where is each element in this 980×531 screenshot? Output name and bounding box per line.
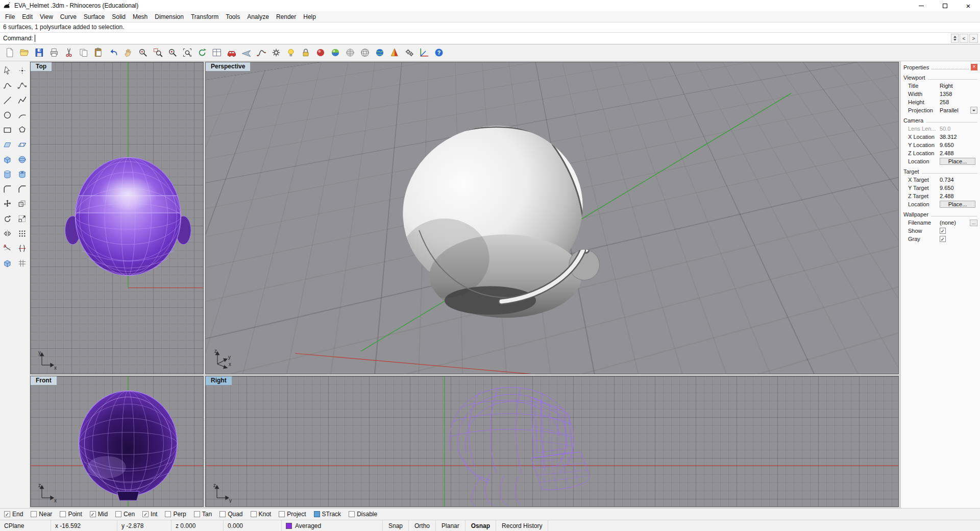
osnap-checkbox-int[interactable] bbox=[142, 511, 149, 517]
menu-item-render[interactable]: Render bbox=[273, 12, 300, 21]
osnap-checkbox-quad[interactable] bbox=[219, 511, 226, 517]
viewport-tab-right[interactable]: Right bbox=[206, 376, 232, 385]
free-curve-tool-icon[interactable] bbox=[1, 79, 14, 92]
surface-tool-icon[interactable] bbox=[1, 138, 14, 151]
status-layer-pane[interactable]: Averaged bbox=[282, 520, 383, 531]
lamp-icon[interactable] bbox=[284, 46, 298, 60]
command-bar[interactable]: Command: < > bbox=[0, 32, 980, 44]
airplane-icon[interactable] bbox=[239, 46, 253, 60]
prop-checkbox-gray[interactable] bbox=[940, 236, 946, 242]
prop-value-field[interactable]: 1358 bbox=[940, 91, 952, 97]
helmet-perspective-model[interactable] bbox=[383, 105, 603, 318]
array-tool-icon[interactable] bbox=[16, 227, 29, 240]
open-file-icon[interactable] bbox=[17, 46, 31, 60]
command-scroll-spinner[interactable] bbox=[951, 34, 959, 43]
osnap-strack[interactable]: STrack bbox=[314, 511, 341, 518]
arc-tool-icon[interactable] bbox=[16, 108, 29, 122]
viewport-top[interactable]: Top y x bbox=[30, 62, 204, 374]
box-tool-icon[interactable] bbox=[1, 256, 14, 270]
rectangle-tool-icon[interactable] bbox=[1, 123, 14, 136]
prop-value-field[interactable]: 0.734 bbox=[940, 177, 954, 183]
move-tool-icon[interactable] bbox=[1, 197, 14, 210]
menu-item-analyze[interactable]: Analyze bbox=[243, 12, 273, 21]
menu-item-dimension[interactable]: Dimension bbox=[151, 12, 187, 21]
osnap-project[interactable]: Project bbox=[279, 511, 306, 518]
line-tool-icon[interactable] bbox=[1, 93, 14, 107]
status-toggle-record-history[interactable]: Record History bbox=[496, 520, 548, 531]
curve-tool-icon[interactable] bbox=[254, 46, 268, 60]
viewport-perspective[interactable]: Perspective z y x bbox=[205, 62, 899, 374]
trim-tool-icon[interactable] bbox=[1, 242, 14, 255]
scale-tool-icon[interactable] bbox=[16, 212, 29, 225]
shaded-sphere-icon[interactable] bbox=[313, 46, 327, 60]
prop-value-field[interactable]: 9.650 bbox=[940, 142, 954, 148]
grid-snap-tool-icon[interactable] bbox=[16, 256, 29, 270]
pipe-tool-icon[interactable] bbox=[16, 167, 29, 181]
helmet-top-view[interactable] bbox=[65, 157, 191, 275]
osnap-mid[interactable]: Mid bbox=[90, 511, 108, 518]
dropdown-arrow-icon[interactable] bbox=[970, 107, 977, 114]
sphere-tool-icon[interactable] bbox=[16, 153, 29, 166]
viewport-tab-top[interactable]: Top bbox=[31, 62, 52, 71]
box-tool-icon[interactable] bbox=[1, 153, 14, 166]
status-cplane-pane[interactable]: CPlane bbox=[0, 520, 51, 531]
menu-item-view[interactable]: View bbox=[36, 12, 57, 21]
helmet-right-wireframe[interactable] bbox=[450, 388, 590, 506]
menu-item-file[interactable]: File bbox=[2, 12, 18, 21]
prop-value-field[interactable]: Right bbox=[940, 83, 953, 89]
car-icon[interactable] bbox=[225, 46, 238, 60]
osnap-tan[interactable]: Tan bbox=[194, 511, 212, 518]
fillet-tool-icon[interactable] bbox=[1, 182, 14, 196]
osnap-point[interactable]: Point bbox=[60, 511, 82, 518]
named-views-icon[interactable] bbox=[210, 46, 224, 60]
status-toggle-ortho[interactable]: Ortho bbox=[409, 520, 436, 531]
menu-item-edit[interactable]: Edit bbox=[18, 12, 36, 21]
osnap-perp[interactable]: Perp bbox=[165, 511, 186, 518]
osnap-checkbox-project[interactable] bbox=[279, 511, 285, 517]
place-button[interactable]: Place... bbox=[940, 201, 975, 208]
ghosted-sphere-icon[interactable] bbox=[343, 46, 357, 60]
zoom-window-icon[interactable] bbox=[151, 46, 164, 60]
copy-icon[interactable] bbox=[77, 46, 90, 60]
prop-value-field[interactable]: 2.488 bbox=[940, 193, 954, 199]
viewport-right[interactable]: Right z y bbox=[205, 376, 899, 507]
close-button[interactable]: × bbox=[957, 0, 980, 11]
status-toggle-snap[interactable]: Snap bbox=[383, 520, 409, 531]
osnap-checkbox-mid[interactable] bbox=[90, 511, 96, 517]
osnap-checkbox-perp[interactable] bbox=[165, 511, 171, 517]
viewport-front[interactable]: Front z x bbox=[30, 376, 204, 507]
rendered-sphere-icon[interactable] bbox=[328, 46, 342, 60]
prop-value-field[interactable]: 2.488 bbox=[940, 150, 954, 156]
osnap-end[interactable]: End bbox=[4, 511, 23, 518]
chevron-left-icon[interactable]: < bbox=[960, 34, 968, 43]
lock-icon[interactable] bbox=[299, 46, 312, 60]
osnap-checkbox-cen[interactable] bbox=[115, 511, 121, 517]
osnap-int[interactable]: Int bbox=[142, 511, 157, 518]
viewport-tab-perspective[interactable]: Perspective bbox=[206, 62, 251, 71]
prop-value-field[interactable]: 38.312 bbox=[940, 134, 957, 140]
rotate-tool-icon[interactable] bbox=[1, 212, 14, 225]
point-tool-icon[interactable] bbox=[16, 64, 29, 77]
panel-close-button[interactable]: × bbox=[971, 64, 977, 70]
menu-item-solid[interactable]: Solid bbox=[108, 12, 129, 21]
prop-checkbox-show[interactable] bbox=[940, 228, 946, 234]
minimize-button[interactable] bbox=[910, 0, 933, 11]
chamfer-tool-icon[interactable] bbox=[16, 182, 29, 196]
plane-tool-icon[interactable] bbox=[16, 138, 29, 151]
browse-button[interactable]: ... bbox=[970, 220, 977, 226]
zoom-dynamic-icon[interactable] bbox=[136, 46, 150, 60]
prop-value-field[interactable]: 9.650 bbox=[940, 185, 954, 191]
undo-icon[interactable] bbox=[106, 46, 120, 60]
menu-item-transform[interactable]: Transform bbox=[187, 12, 222, 21]
osnap-checkbox-knot[interactable] bbox=[251, 511, 257, 517]
zoom-extents-icon[interactable] bbox=[180, 46, 194, 60]
gear-tool-icon[interactable] bbox=[269, 46, 283, 60]
zoom-selected-icon[interactable] bbox=[165, 46, 179, 60]
cylinder-tool-icon[interactable] bbox=[1, 167, 14, 181]
osnap-checkbox-tan[interactable] bbox=[194, 511, 200, 517]
help-icon[interactable]: ? bbox=[432, 46, 446, 60]
place-button[interactable]: Place... bbox=[940, 158, 975, 165]
viewport-tab-front[interactable]: Front bbox=[31, 376, 57, 385]
split-tool-icon[interactable] bbox=[16, 242, 29, 255]
rotate-view-icon[interactable] bbox=[195, 46, 209, 60]
